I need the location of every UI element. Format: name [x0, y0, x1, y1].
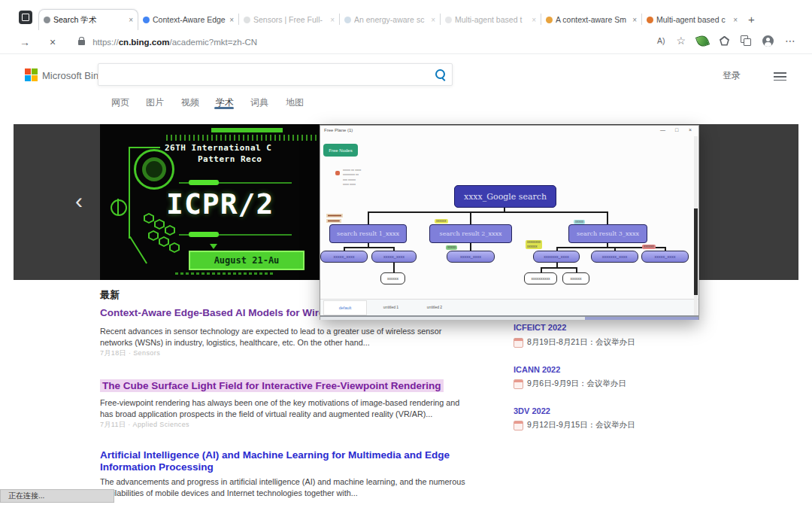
browser-tab-6[interactable]: A context-aware Sm ×: [541, 9, 641, 30]
result-meta-2: 7月11日 · Applied Sciences: [100, 420, 189, 430]
browser-tab-3[interactable]: Sensors | Free Full- ×: [239, 9, 339, 30]
browser-tab-4[interactable]: An energy-aware sc ×: [340, 9, 440, 30]
banner-hexagon-icon: [144, 213, 154, 224]
banner-hexagon-icon: [159, 236, 169, 247]
tab-close-icon[interactable]: ×: [733, 16, 738, 24]
tab-favicon: [44, 17, 50, 23]
banner-line1: 26TH International C: [165, 143, 271, 153]
result-snippet-2: Free-viewpoint rendering has always been…: [100, 397, 474, 420]
mindmap-window[interactable]: Free Plane (1) — □ × Free Nodes xxxxx xx…: [320, 125, 699, 320]
tab-close-icon[interactable]: ×: [532, 16, 536, 24]
tab-title: A context-aware Sm: [556, 15, 629, 24]
sign-in-link[interactable]: 登录: [723, 69, 741, 82]
search-input[interactable]: [98, 63, 453, 86]
tab-title: Search 学术: [53, 15, 126, 26]
mindmap-child-node[interactable]: xxxxx_xxxx: [641, 251, 689, 263]
active-tab-underline: [214, 107, 234, 109]
new-tab-button[interactable]: +: [748, 13, 755, 26]
browser-tab-7[interactable]: Multi-agent based c ×: [642, 9, 742, 30]
vertical-scrollbar-thumb[interactable]: [694, 208, 698, 295]
bing-logo-text[interactable]: Microsoft Bing: [42, 70, 104, 81]
url-scheme: https://: [92, 38, 119, 47]
tab-close-icon[interactable]: ×: [431, 16, 435, 24]
banner-line2: Pattern Reco: [198, 154, 262, 164]
carousel-prev-button[interactable]: ‹: [75, 188, 83, 214]
note-marker-icon: [335, 171, 340, 175]
calendar-icon: [514, 338, 523, 348]
tab-close-icon[interactable]: ×: [632, 16, 637, 24]
banner-date-badge: August 21-Au: [189, 251, 304, 270]
result-title-2[interactable]: The Cube Surface Light Field for Interac…: [100, 379, 444, 392]
result-snippet-1: Recent advances in sensor technology are…: [100, 326, 474, 348]
nav-tab-videos[interactable]: 视频: [181, 96, 199, 109]
banner-title: ICPR/2: [166, 187, 320, 221]
mindmap-child-node[interactable]: xxxxx_xxxx: [447, 251, 495, 263]
mindmap-child-node[interactable]: xxxxx_xxxx: [320, 251, 368, 263]
tag-line: xxxxxxxx: [527, 240, 541, 245]
mindmap-leaf-node[interactable]: xxxxxx: [380, 272, 405, 284]
browser-tab-search[interactable]: Search 学术 ×: [38, 9, 138, 30]
map-tab-active[interactable]: default: [323, 300, 367, 315]
vertical-scrollbar[interactable]: [694, 136, 698, 315]
stop-icon[interactable]: ×: [50, 36, 56, 48]
banner-decoration: [166, 135, 320, 141]
collections-icon[interactable]: [741, 35, 751, 46]
mindmap-branch-node-2[interactable]: search result 2_xxxx: [429, 224, 512, 243]
favorites-star-icon[interactable]: ☆: [676, 35, 686, 47]
tab-actions-icon[interactable]: [19, 11, 32, 24]
nav-tab-images[interactable]: 图片: [146, 96, 164, 109]
tab-favicon: [546, 17, 553, 23]
sidebar-conference-link[interactable]: ICANN 2022: [514, 365, 560, 374]
mindmap-leaf-node[interactable]: xxxxxxxxxx: [524, 272, 557, 284]
microsoft-logo-icon: [25, 68, 38, 81]
hamburger-menu-icon[interactable]: [774, 70, 786, 83]
nav-tab-dictionary[interactable]: 词典: [250, 96, 268, 109]
tag-line: xxxxxx: [527, 245, 541, 249]
mindmap-child-node[interactable]: xxxxxxx_xxxx: [591, 251, 638, 263]
banner-hexagon-icon: [154, 219, 165, 230]
icpr-banner-image[interactable]: 26TH International C Pattern Reco ICPR/2…: [100, 124, 320, 280]
url-text[interactable]: https://cn.bing.com/academic?mkt=zh-CN: [92, 38, 257, 47]
section-title-latest: 最新: [100, 288, 120, 302]
browser-tab-5[interactable]: Multi-agent based t ×: [441, 9, 541, 30]
sidebar-conference-link[interactable]: 3DV 2022: [514, 406, 550, 415]
shield-pentagon-icon[interactable]: [720, 36, 729, 46]
branch-side-note: xxxxxxxx: [326, 214, 343, 217]
map-tab[interactable]: untitled 2: [417, 300, 453, 314]
nav-tab-web[interactable]: 网页: [111, 96, 129, 109]
tab-close-icon[interactable]: ×: [229, 16, 234, 24]
mindmap-root-node[interactable]: xxxx_Google search: [454, 185, 556, 208]
lock-icon[interactable]: [78, 40, 85, 45]
read-aloud-icon[interactable]: A): [657, 36, 665, 45]
branch-tag-yellow: xxxxxx: [435, 219, 448, 224]
close-button[interactable]: ×: [689, 127, 692, 132]
search-icon[interactable]: [435, 69, 445, 79]
connector-line: [393, 263, 395, 272]
forward-icon[interactable]: →: [20, 36, 30, 48]
banner-hexagon-icon: [169, 242, 180, 253]
extension-leaf-icon[interactable]: [695, 33, 710, 47]
mindmap-child-node[interactable]: xxxxxxx_xxxx: [533, 251, 580, 263]
nav-tab-maps[interactable]: 地图: [286, 96, 304, 109]
mindmap-branch-node-3[interactable]: search result 3_xxxx: [568, 224, 647, 243]
result-title-1[interactable]: Context-Aware Edge-Based AI Models for W…: [100, 307, 344, 318]
maximize-button[interactable]: □: [675, 127, 678, 132]
sidebar-conference-link[interactable]: ICFEICT 2022: [514, 323, 566, 332]
mindmap-action-button[interactable]: Free Nodes: [323, 144, 358, 157]
connector-line: [470, 211, 471, 224]
map-tab[interactable]: untitled 1: [373, 300, 409, 314]
result-title-3[interactable]: Artificial Intelligence (AI) and Machine…: [100, 449, 476, 473]
tab-close-icon[interactable]: ×: [129, 16, 133, 24]
horizontal-scrollbar-thumb[interactable]: [585, 317, 698, 320]
browser-tab-2[interactable]: Context-Aware Edge ×: [138, 9, 238, 30]
mindmap-child-node[interactable]: xxxxx_xxxx: [371, 251, 417, 263]
profile-avatar[interactable]: [762, 35, 774, 47]
banner-decoration: [129, 147, 160, 148]
tab-close-icon[interactable]: ×: [330, 16, 335, 24]
banner-emblem-icon: [134, 149, 174, 190]
minimize-button[interactable]: —: [660, 127, 665, 132]
mindmap-leaf-node[interactable]: xxxxxx: [562, 272, 589, 284]
mindmap-branch-node-1[interactable]: search result 1_xxxx: [329, 224, 407, 243]
calendar-icon: [514, 379, 523, 389]
more-menu-icon[interactable]: ⋯: [785, 35, 795, 47]
